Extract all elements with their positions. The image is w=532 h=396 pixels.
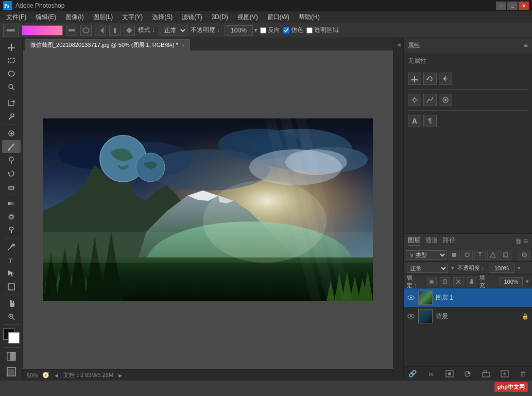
tool-hand[interactable] bbox=[2, 297, 21, 309]
filter-type-select[interactable]: ∨ 类型 bbox=[406, 250, 447, 260]
filter-shape[interactable] bbox=[487, 250, 499, 260]
transparent-checkbox[interactable] bbox=[306, 27, 313, 33]
filter-adjust[interactable] bbox=[461, 250, 473, 260]
shape-reflected[interactable] bbox=[109, 25, 121, 36]
filter-toggle[interactable] bbox=[519, 250, 530, 260]
opacity-input[interactable] bbox=[225, 25, 253, 36]
reverse-checkbox[interactable] bbox=[260, 27, 266, 33]
tab-channels[interactable]: 通道 bbox=[425, 236, 438, 246]
tool-stamp[interactable] bbox=[2, 153, 21, 166]
prop-tool-flip-h[interactable] bbox=[439, 73, 452, 85]
blend-mode-arrow[interactable]: ▾ bbox=[451, 265, 454, 271]
menu-layer[interactable]: 图层(L) bbox=[89, 12, 117, 23]
shape-radial[interactable] bbox=[80, 25, 92, 36]
tool-type[interactable]: T bbox=[2, 253, 21, 266]
nav-right[interactable]: ► bbox=[117, 372, 123, 378]
shape-diamond[interactable] bbox=[124, 25, 135, 36]
layer-mask-btn[interactable] bbox=[444, 369, 455, 379]
dither-checkbox[interactable] bbox=[283, 27, 289, 33]
menu-view[interactable]: 视图(V) bbox=[233, 12, 262, 23]
menu-type[interactable]: 文字(Y) bbox=[118, 12, 147, 23]
tool-dodge[interactable] bbox=[2, 223, 21, 236]
tool-marquee[interactable] bbox=[2, 54, 21, 66]
layer-new-btn[interactable] bbox=[499, 369, 510, 379]
tool-quickselect[interactable] bbox=[2, 80, 21, 93]
layer-bg-eye[interactable] bbox=[407, 312, 415, 320]
tool-healing[interactable] bbox=[2, 127, 21, 140]
tool-shape[interactable] bbox=[2, 280, 21, 293]
layer-1-eye[interactable] bbox=[407, 294, 415, 302]
gradient-preview[interactable] bbox=[22, 25, 63, 36]
collapse-btn[interactable]: ◀ bbox=[394, 40, 403, 48]
fill-input[interactable] bbox=[500, 277, 523, 286]
layers-delete-icon[interactable]: 🗑 bbox=[515, 237, 522, 245]
tool-pen[interactable] bbox=[2, 240, 21, 253]
tool-eraser[interactable] bbox=[2, 180, 21, 193]
tool-history[interactable] bbox=[2, 167, 21, 180]
menu-image[interactable]: 图像(I) bbox=[61, 12, 88, 23]
tool-quickmask[interactable] bbox=[2, 350, 21, 363]
prop-tool-brightness[interactable] bbox=[408, 94, 421, 106]
prop-tool-move[interactable] bbox=[408, 73, 421, 85]
prop-tool-curves[interactable] bbox=[423, 94, 437, 106]
lock-artboard[interactable] bbox=[453, 277, 464, 286]
blend-mode-select[interactable]: 正常 bbox=[407, 264, 448, 273]
tool-screenmode[interactable] bbox=[2, 366, 21, 378]
layer-delete-btn[interactable]: 🗑 bbox=[518, 369, 529, 379]
tool-eyedropper[interactable] bbox=[2, 110, 21, 123]
layer-row-1[interactable]: 图层 1 bbox=[404, 288, 532, 307]
tool-blur[interactable] bbox=[2, 210, 21, 223]
menu-3d[interactable]: 3D(D) bbox=[208, 12, 232, 22]
tool-move[interactable] bbox=[2, 40, 21, 53]
menu-filter[interactable]: 滤镜(T) bbox=[178, 12, 206, 23]
nav-left[interactable]: ◄ bbox=[54, 372, 59, 378]
tool-brush[interactable] bbox=[2, 140, 21, 153]
layer-link-btn[interactable]: 🔗 bbox=[407, 369, 418, 379]
fill-arrow[interactable]: ▾ bbox=[526, 278, 529, 285]
tool-preset-button[interactable] bbox=[3, 24, 19, 37]
lock-position[interactable] bbox=[440, 277, 450, 286]
opacity-bar-arrow[interactable]: ▾ bbox=[518, 265, 521, 271]
reverse-checkbox-group: 反向 bbox=[260, 26, 280, 35]
opacity-bar-input[interactable] bbox=[489, 264, 514, 273]
document-tab[interactable]: 微信截图_20210820133717.jpg @ 50% (图层 1, RGB… bbox=[25, 39, 190, 50]
tool-pathselect[interactable] bbox=[2, 267, 21, 280]
menu-select[interactable]: 选择(S) bbox=[148, 12, 177, 23]
prop-tool-a[interactable]: A bbox=[408, 115, 421, 127]
tool-gradient[interactable] bbox=[2, 197, 21, 210]
tab-paths[interactable]: 路径 bbox=[443, 236, 455, 246]
filter-pixel[interactable] bbox=[449, 250, 460, 260]
tool-zoom[interactable] bbox=[2, 310, 21, 323]
nav-icon[interactable]: 🧭 bbox=[42, 372, 49, 378]
maximize-button[interactable]: □ bbox=[507, 2, 518, 10]
prop-tool-para[interactable]: ¶ bbox=[423, 115, 437, 127]
shape-linear[interactable] bbox=[66, 25, 77, 36]
filter-type[interactable]: T bbox=[474, 250, 486, 260]
menu-edit[interactable]: 编辑(E) bbox=[31, 12, 60, 23]
shape-angle[interactable] bbox=[95, 25, 106, 36]
layer-fx-btn[interactable]: fx bbox=[425, 369, 437, 379]
menu-help[interactable]: 帮助(H) bbox=[295, 12, 324, 23]
layers-header: 图层 通道 路径 🗑 ≡ bbox=[404, 234, 532, 248]
minimize-button[interactable]: ─ bbox=[496, 2, 506, 10]
layer-adjustment-btn[interactable] bbox=[462, 369, 473, 379]
tool-crop[interactable] bbox=[2, 97, 21, 110]
prop-tool-hue[interactable] bbox=[439, 94, 452, 106]
prop-tool-rotate[interactable] bbox=[423, 73, 437, 85]
layer-row-bg[interactable]: 背景 🔒 bbox=[404, 307, 532, 325]
lock-all[interactable] bbox=[467, 277, 477, 286]
mode-select[interactable]: 正常 bbox=[160, 25, 187, 36]
layer-group-btn[interactable] bbox=[480, 369, 492, 379]
menu-window[interactable]: 窗口(W) bbox=[263, 12, 294, 23]
properties-menu[interactable]: ≡ bbox=[524, 41, 528, 49]
background-color[interactable] bbox=[8, 332, 20, 343]
tab-layers[interactable]: 图层 bbox=[408, 236, 420, 246]
opacity-arrow[interactable]: ▾ bbox=[254, 27, 257, 33]
tool-lasso[interactable] bbox=[2, 67, 21, 80]
layers-menu[interactable]: ≡ bbox=[524, 237, 528, 245]
lock-pixels[interactable] bbox=[427, 277, 437, 286]
tab-close[interactable]: × bbox=[181, 42, 184, 48]
filter-smart[interactable] bbox=[500, 250, 511, 260]
close-button[interactable]: ✕ bbox=[519, 2, 529, 10]
menu-file[interactable]: 文件(F) bbox=[2, 12, 30, 23]
